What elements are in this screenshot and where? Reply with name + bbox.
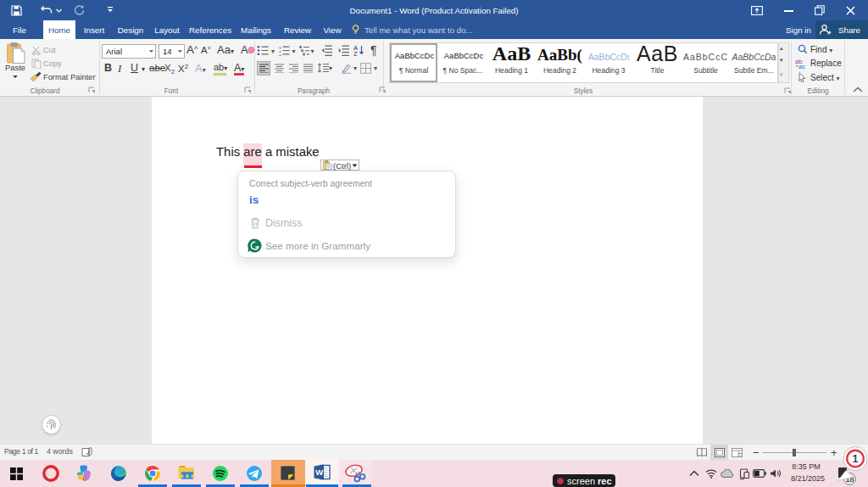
svg-text:1: 1: [853, 453, 859, 465]
svg-text:W: W: [315, 467, 323, 477]
svg-text:Z: Z: [353, 50, 358, 56]
svg-text:ac: ac: [798, 63, 805, 69]
